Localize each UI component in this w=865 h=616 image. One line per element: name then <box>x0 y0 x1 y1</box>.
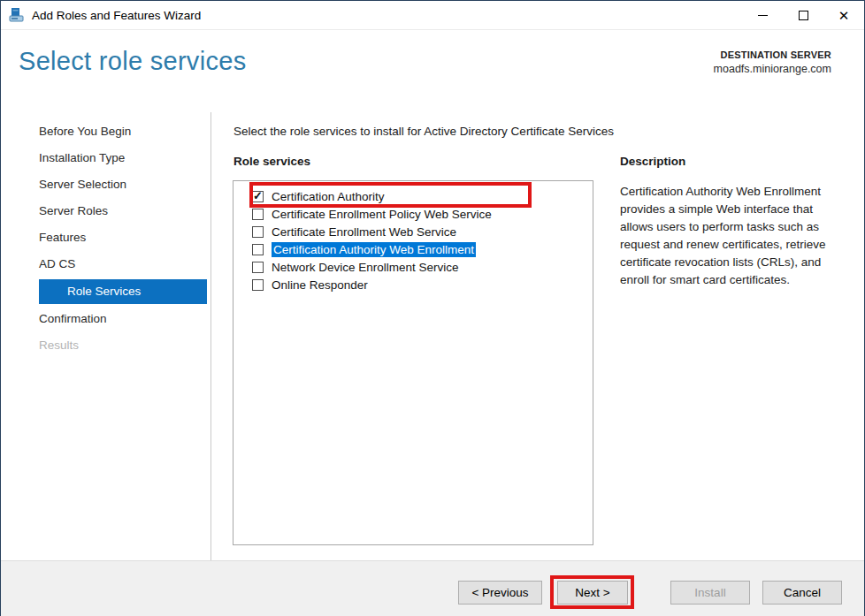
wizard-window: Add Roles and Features Wizard ✕ Select r… <box>0 0 865 616</box>
role-service-row-online-responder: Online Responder <box>233 276 593 293</box>
minimize-button[interactable] <box>742 1 783 30</box>
sidebar-item-server-selection[interactable]: Server Selection <box>39 172 207 197</box>
role-service-row-cert-enrollment-policy-web-service: Certificate Enrollment Policy Web Servic… <box>233 205 593 223</box>
sidebar-item-installation-type[interactable]: Installation Type <box>39 146 207 171</box>
role-service-row-certification-authority: ✓ Certification Authority <box>233 187 593 205</box>
sidebar-item-ad-cs[interactable]: AD CS <box>39 252 207 277</box>
sidebar-item-server-roles[interactable]: Server Roles <box>39 199 207 224</box>
role-service-label[interactable]: Certificate Enrollment Policy Web Servic… <box>272 208 492 221</box>
role-service-label[interactable]: Online Responder <box>272 278 368 292</box>
role-service-label[interactable]: Certificate Enrollment Web Service <box>272 225 456 239</box>
role-service-label[interactable]: Network Device Enrollment Service <box>272 261 459 274</box>
sidebar-item-confirmation[interactable]: Confirmation <box>39 307 207 331</box>
role-service-row-network-device-enrollment-service: Network Device Enrollment Service <box>233 258 593 276</box>
description-title: Description <box>620 155 685 168</box>
role-service-row-ca-web-enrollment: Certification Authority Web Enrollment <box>233 240 593 258</box>
cancel-button[interactable]: Cancel <box>762 581 842 605</box>
role-services-list-title: Role services <box>233 155 310 168</box>
footer-bar: < Previous Next > Install Cancel <box>1 560 864 616</box>
checkbox-unchecked[interactable] <box>252 209 264 220</box>
wizard-header: Select role services DESTINATION SERVER … <box>1 31 864 107</box>
server-roles-icon <box>9 7 25 23</box>
checkmark-icon: ✓ <box>253 190 263 202</box>
title-bar: Add Roles and Features Wizard ✕ <box>1 1 864 30</box>
sidebar-item-role-services[interactable]: Role Services <box>39 279 207 304</box>
maximize-button[interactable] <box>783 1 823 30</box>
role-service-label-selected[interactable]: Certification Authority Web Enrollment <box>272 242 476 257</box>
checkbox-checked[interactable]: ✓ <box>252 191 264 202</box>
instruction-text: Select the role services to install for … <box>233 125 614 138</box>
description-text: Certification Authority Web Enrollment p… <box>620 183 843 289</box>
window-title: Add Roles and Features Wizard <box>32 9 201 22</box>
close-icon: ✕ <box>838 9 850 22</box>
sidebar-item-results: Results <box>39 333 207 358</box>
destination-server-name: moadfs.miniorange.com <box>714 63 831 75</box>
role-services-listbox[interactable]: ✓ Certification Authority Certificate En… <box>233 180 593 545</box>
install-button: Install <box>670 581 750 605</box>
checkbox-unchecked[interactable] <box>252 279 264 291</box>
destination-server-block: DESTINATION SERVER moadfs.miniorange.com <box>714 49 831 75</box>
sidebar-divider <box>211 112 211 560</box>
next-button[interactable]: Next > <box>557 581 628 605</box>
checkbox-unchecked[interactable] <box>252 226 264 238</box>
checkbox-unchecked[interactable] <box>252 244 264 255</box>
checkbox-unchecked[interactable] <box>252 262 264 273</box>
page-title: Select role services <box>19 47 246 76</box>
minimize-icon <box>758 15 768 16</box>
previous-button[interactable]: < Previous <box>458 581 542 605</box>
role-service-label[interactable]: Certification Authority <box>272 190 385 203</box>
maximize-icon <box>799 11 808 20</box>
role-service-row-cert-enrollment-web-service: Certificate Enrollment Web Service <box>233 223 593 240</box>
close-button[interactable]: ✕ <box>823 1 864 30</box>
sidebar-item-before-you-begin[interactable]: Before You Begin <box>39 119 207 144</box>
sidebar-item-features[interactable]: Features <box>39 225 207 250</box>
destination-server-label: DESTINATION SERVER <box>714 49 831 60</box>
